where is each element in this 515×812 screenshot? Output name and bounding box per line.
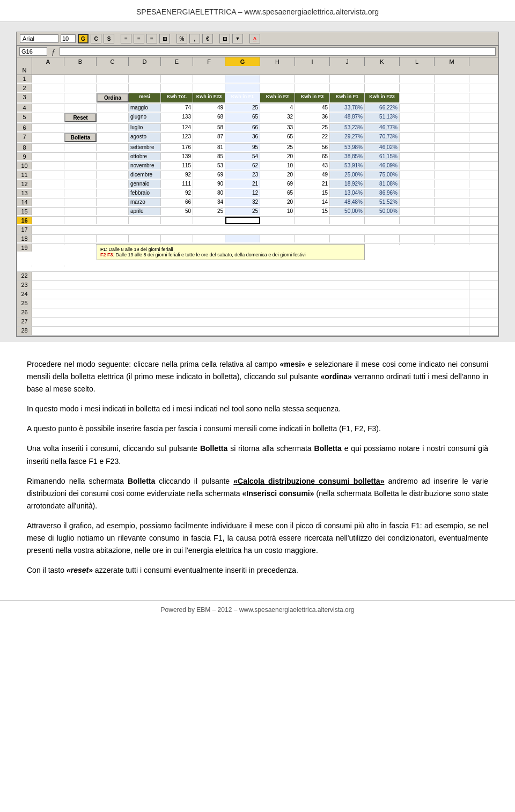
cell-k6[interactable]: 46,77% [365,124,400,131]
cell-k16[interactable] [365,217,400,224]
cell-a2[interactable] [32,84,64,92]
cell-d12[interactable]: gennaio [129,180,161,188]
cell-a24[interactable] [32,290,469,299]
cell-n11[interactable] [17,179,32,180]
cell-j18[interactable] [330,235,365,242]
cell-f15[interactable]: 25 [193,208,225,215]
cell-k7[interactable]: 70,73% [365,133,400,142]
cell-k18[interactable] [365,235,400,242]
cell-c14[interactable] [97,198,129,206]
cell-reference-box[interactable] [19,47,47,56]
reset-button[interactable]: Reset [64,113,97,122]
cell-m1[interactable] [435,75,469,83]
cell-a3[interactable] [32,93,64,102]
toolbar-cur[interactable]: € [202,34,213,43]
cell-n15[interactable] [17,215,32,216]
col-header-m[interactable]: M [435,57,469,66]
font-size-input[interactable] [61,34,76,43]
col-header-h[interactable]: H [260,57,295,66]
cell-n10[interactable] [17,169,32,171]
cell-g16-active[interactable] [225,217,260,224]
cell-h11[interactable]: 20 [260,171,295,179]
cell-a27[interactable] [32,318,469,326]
cell-e18[interactable] [161,235,193,242]
cell-n4[interactable] [17,112,32,113]
cell-a23[interactable] [32,281,469,290]
cell-d9[interactable]: ottobre [129,153,161,160]
cell-h18[interactable] [260,235,295,242]
cell-b19[interactable] [64,244,97,245]
cell-f6[interactable]: 58 [193,124,225,131]
cell-l15[interactable] [400,208,435,215]
cell-g7[interactable]: 36 [225,133,260,142]
cell-e4[interactable]: 74 [161,104,193,112]
cell-l16[interactable] [400,217,435,224]
cell-l3[interactable] [400,93,435,102]
cell-b15[interactable] [64,208,97,215]
cell-m7[interactable] [435,133,469,142]
cell-g4[interactable]: 25 [225,104,260,112]
cell-h6[interactable]: 33 [260,124,295,131]
cell-a13[interactable] [32,189,64,197]
toolbar-c-btn[interactable]: C [91,34,101,43]
cell-n2[interactable] [17,92,32,93]
cell-d8[interactable]: settembre [129,144,161,151]
cell-j9[interactable]: 38,85% [330,153,365,160]
cell-b3[interactable] [64,93,97,102]
cell-i9[interactable]: 65 [295,153,330,160]
col-header-c[interactable]: C [97,57,129,66]
cell-k1[interactable] [365,75,400,83]
cell-a18[interactable] [32,235,64,242]
cell-i2[interactable] [295,84,330,92]
cell-a19[interactable] [32,244,64,245]
cell-b12[interactable] [64,180,97,188]
cell-c18[interactable] [97,235,129,242]
col-header-k[interactable]: K [365,57,400,66]
cell-n18[interactable] [17,242,32,243]
cell-j13[interactable]: 13,04% [330,189,365,197]
cell-m9[interactable] [435,153,469,160]
cell-m16[interactable] [435,217,469,224]
cell-n3[interactable] [17,102,32,104]
col-header-f[interactable]: F [193,57,225,66]
ordina-button[interactable]: Ordina [97,93,129,102]
toolbar-s-btn[interactable]: S [104,34,114,43]
cell-b6[interactable] [64,124,97,131]
cell-e7[interactable]: 123 [161,133,193,142]
cell-j4[interactable]: 33,78% [330,104,365,112]
toolbar-fill[interactable]: ▼ [232,34,243,43]
cell-e13[interactable]: 92 [161,189,193,197]
col-header-a[interactable]: A [32,57,64,66]
toolbar-align-left[interactable]: ≡ [121,34,131,43]
cell-l11[interactable] [400,171,435,179]
cell-j2[interactable] [330,84,365,92]
cell-j14[interactable]: 48,48% [330,198,365,206]
cell-f7[interactable]: 87 [193,133,225,142]
toolbar-000[interactable]: , [189,34,200,43]
cell-g18[interactable] [225,235,260,242]
cell-a22[interactable] [32,272,469,280]
cell-e10[interactable]: 115 [161,162,193,169]
cell-d7[interactable]: agosto [129,133,161,142]
cell-b1[interactable] [64,75,97,83]
cell-b13[interactable] [64,189,97,197]
cell-l19[interactable] [435,244,469,245]
cell-a16[interactable] [32,217,64,224]
cell-h14[interactable]: 20 [260,198,295,206]
cell-b2[interactable] [64,84,97,92]
cell-j15[interactable]: 50,00% [330,208,365,215]
cell-n9[interactable] [17,160,32,161]
cell-l4[interactable] [400,104,435,112]
cell-m11[interactable] [435,171,469,179]
cell-m6[interactable] [435,124,469,131]
cell-i7[interactable]: 22 [295,133,330,142]
font-name-input[interactable] [20,34,58,43]
cell-g5[interactable]: 65 [225,113,260,122]
cell-m18[interactable] [435,235,469,242]
cell-h5[interactable]: 32 [260,113,295,122]
cell-a11[interactable] [32,171,64,179]
cell-i14[interactable]: 14 [295,198,330,206]
cell-a4[interactable] [32,104,64,112]
cell-f9[interactable]: 85 [193,153,225,160]
cell-k13[interactable]: 86,96% [365,189,400,197]
